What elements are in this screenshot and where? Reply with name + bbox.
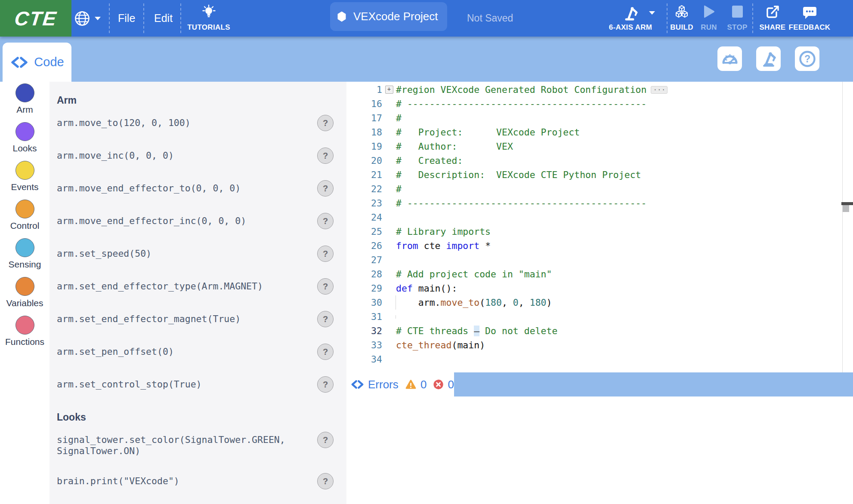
errors-panel-empty	[346, 396, 853, 504]
command-row[interactable]: arm.set_pen_offset(0)?	[57, 346, 334, 360]
feedback-button[interactable]: FEEDBACK	[790, 0, 829, 37]
code-line[interactable]: 29def main():	[346, 281, 842, 295]
chevron-down-icon[interactable]	[649, 11, 655, 15]
command-row[interactable]: arm.move_end_effector_inc(0, 0, 0)?	[57, 215, 334, 229]
command-help-button[interactable]: ?	[317, 115, 334, 131]
command-help-button[interactable]: ?	[317, 148, 334, 164]
edit-menu[interactable]: Edit	[151, 0, 175, 37]
code-text[interactable]: # Description: VEXcode CTE Python Projec…	[396, 169, 842, 180]
code-line[interactable]: 27	[346, 253, 842, 267]
code-line[interactable]: 21# Description: VEXcode CTE Python Proj…	[346, 168, 842, 182]
tutorials-button[interactable]: TUTORIALS	[188, 0, 229, 37]
code-line[interactable]: 1+#region VEXcode Generated Robot Config…	[346, 83, 842, 97]
code-line[interactable]: 16# ------------------------------------…	[346, 97, 842, 111]
sidebar-item-functions[interactable]: Functions	[0, 316, 49, 354]
code-line[interactable]: 34	[346, 352, 842, 366]
code-text[interactable]: # Created:	[396, 155, 842, 166]
command-row[interactable]: arm.set_end_effector_type(Arm.MAGNET)?	[57, 281, 334, 295]
build-button[interactable]: BUILD	[668, 0, 695, 37]
command-text: arm.set_end_effector_magnet(True)	[57, 313, 309, 327]
code-segment: # Description: VEXcode CTE Python Projec…	[396, 169, 641, 180]
code-line[interactable]: 32# CTE threads – Do not delete	[346, 324, 842, 338]
code-text[interactable]: # --------------------------------------…	[396, 198, 842, 209]
sidebar-item-variables[interactable]: Variables	[0, 277, 49, 316]
folded-region-ellipsis[interactable]: ···	[651, 86, 668, 94]
code-line[interactable]: 20# Created:	[346, 154, 842, 168]
share-button[interactable]: SHARE	[758, 0, 787, 37]
code-editor[interactable]: 1+#region VEXcode Generated Robot Config…	[346, 82, 842, 372]
code-text[interactable]: # Author: VEX	[396, 141, 842, 152]
code-text[interactable]: # Library imports	[396, 226, 842, 237]
tab-code[interactable]: Code	[3, 43, 71, 82]
code-text[interactable]: def main():	[396, 283, 842, 294]
device-selector[interactable]: 6-AXIS ARM	[607, 0, 654, 37]
code-text[interactable]: # Project: VEXcode Project	[396, 127, 842, 138]
code-text[interactable]: #region VEXcode Generated Robot Configur…	[396, 84, 842, 95]
sidebar-item-sensing[interactable]: Sensing	[0, 238, 49, 277]
code-line[interactable]: 30 arm.move_to(180, 0, 180)	[346, 295, 842, 310]
command-help-button[interactable]: ?	[317, 473, 334, 489]
code-line[interactable]: 25# Library imports	[346, 224, 842, 239]
category-label: Events	[11, 182, 38, 192]
code-text[interactable]: # CTE threads – Do not delete	[396, 326, 842, 336]
project-name-button[interactable]: VEXcode Project	[330, 2, 447, 31]
fold-column: +	[382, 86, 396, 94]
code-line[interactable]: 33cte_thread(main)	[346, 338, 842, 352]
code-line[interactable]: 31	[346, 310, 842, 324]
file-menu[interactable]: File	[115, 0, 138, 37]
command-help-button[interactable]: ?	[317, 246, 334, 262]
command-row[interactable]: signal_tower.set_color(SignalTower.GREEN…	[57, 434, 334, 457]
errors-tab[interactable]: Errors 0 0	[346, 372, 454, 396]
code-text[interactable]: arm.move_to(180, 0, 180)	[396, 297, 842, 308]
command-row[interactable]: brain.print("VEXcode")?	[57, 476, 334, 489]
code-text[interactable]: cte_thread(main)	[396, 340, 842, 350]
code-line[interactable]: 22#	[346, 182, 842, 196]
dashboard-button[interactable]	[717, 46, 742, 71]
command-row[interactable]: arm.move_end_effector_to(0, 0, 0)?	[57, 183, 334, 197]
command-help-button[interactable]: ?	[317, 180, 334, 197]
sidebar-item-arm[interactable]: Arm	[0, 83, 49, 122]
play-icon	[702, 4, 715, 19]
code-text[interactable]: # Add project code in "main"	[396, 269, 842, 280]
command-row[interactable]: arm.set_control_stop(True)?	[57, 379, 334, 393]
command-row[interactable]: arm.move_to(120, 0, 100)?	[57, 117, 334, 131]
code-segment: #	[396, 113, 402, 123]
command-row[interactable]: arm.set_end_effector_magnet(True)?	[57, 313, 334, 327]
command-help-button[interactable]: ?	[317, 344, 334, 360]
code-text[interactable]: from cte import *	[396, 240, 842, 251]
cte-logo[interactable]: CTE	[0, 0, 71, 37]
scrollbar-thumb[interactable]	[843, 205, 849, 212]
code-line[interactable]: 19# Author: VEX	[346, 139, 842, 154]
code-segment: 0	[513, 297, 519, 308]
help-button[interactable]: ?	[795, 46, 819, 71]
run-button[interactable]: RUN	[698, 0, 720, 37]
code-line[interactable]: 28# Add project code in "main"	[346, 267, 842, 281]
robot-arm-panel-button[interactable]	[756, 46, 781, 71]
code-segment: cte_thread	[396, 340, 451, 350]
command-row[interactable]: arm.set_speed(50)?	[57, 248, 334, 262]
command-help-button[interactable]: ?	[317, 376, 334, 393]
sidebar-item-looks[interactable]: Looks	[0, 122, 49, 161]
line-number: 25	[346, 226, 382, 237]
code-line[interactable]: 24	[346, 210, 842, 224]
stop-button[interactable]: STOP	[726, 0, 749, 37]
code-text[interactable]: # --------------------------------------…	[396, 98, 842, 109]
code-text[interactable]: #	[396, 184, 842, 194]
code-line[interactable]: 23# ------------------------------------…	[346, 196, 842, 210]
language-menu[interactable]	[74, 0, 101, 37]
code-text[interactable]: #	[396, 113, 842, 123]
code-line[interactable]: 17#	[346, 111, 842, 125]
robot-arm-icon	[760, 50, 778, 68]
command-help-button[interactable]: ?	[317, 432, 334, 448]
command-row[interactable]: arm.move_inc(0, 0, 0)?	[57, 150, 334, 164]
fold-icon[interactable]: +	[385, 86, 393, 94]
sidebar-item-control[interactable]: Control	[0, 200, 49, 238]
command-help-button[interactable]: ?	[317, 311, 334, 327]
command-help-button[interactable]: ?	[317, 278, 334, 295]
code-line[interactable]: 18# Project: VEXcode Project	[346, 125, 842, 139]
sidebar-item-events[interactable]: Events	[0, 161, 49, 200]
code-line[interactable]: 26from cte import *	[346, 239, 842, 253]
command-help-button[interactable]: ?	[317, 213, 334, 229]
category-label: Arm	[16, 104, 33, 115]
toolbar-separator	[667, 3, 668, 33]
